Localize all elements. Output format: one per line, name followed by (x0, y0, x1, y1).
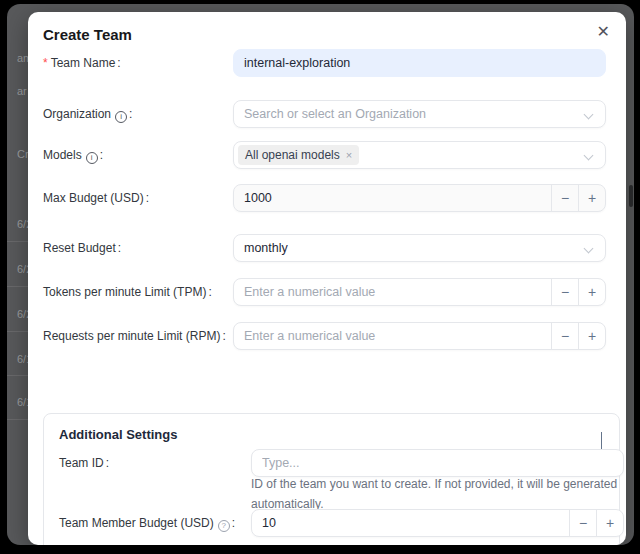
reset-budget-select[interactable]: monthly (233, 234, 606, 262)
team-name-field (233, 49, 606, 77)
chevron-down-icon (584, 244, 594, 254)
team-id-row: Team ID: (59, 449, 611, 477)
create-team-modal: Create Team ✕ *Team Name: Organizationi:… (28, 12, 626, 545)
reset-budget-row: Reset Budget: monthly (43, 234, 611, 262)
increment-button[interactable]: + (578, 323, 605, 349)
tpm-label: Tokens per minute Limit (TPM): (43, 278, 212, 306)
team-name-input[interactable] (234, 50, 605, 76)
organization-row: Organizationi: Search or select an Organ… (43, 100, 611, 128)
max-budget-label: Max Budget (USD): (43, 184, 149, 212)
tpm-row: Tokens per minute Limit (TPM): − + (43, 278, 611, 306)
team-name-row: *Team Name: (43, 49, 611, 77)
team-id-input[interactable] (252, 450, 623, 476)
collapse-toggle[interactable] (601, 432, 602, 450)
background-table-divider (7, 375, 28, 376)
models-label: Modelsi: (43, 141, 103, 169)
rpm-field: − + (233, 322, 606, 350)
background-table-divider (7, 331, 28, 332)
reset-budget-label: Reset Budget: (43, 234, 121, 262)
decrement-button[interactable]: − (569, 510, 596, 536)
screenshot-stage: am ar Cr 6/2 6/2 6/2 6/1 6/1 Create Team… (0, 0, 640, 554)
dimmed-background-window: am ar Cr 6/2 6/2 6/2 6/1 6/1 Create Team… (7, 4, 634, 545)
rpm-label: Requests per minute Limit (RPM): (43, 322, 226, 350)
additional-settings-card: Additional Settings Team ID: ID of the t… (43, 413, 620, 545)
close-icon[interactable]: ✕ (597, 22, 610, 42)
decrement-button[interactable]: − (551, 323, 578, 349)
decrement-button[interactable]: − (551, 185, 578, 211)
increment-button[interactable]: + (596, 510, 623, 536)
modal-title: Create Team (43, 26, 132, 43)
team-id-label: Team ID: (59, 449, 109, 477)
member-budget-row: Team Member Budget (USD)?: − + (59, 509, 611, 537)
tpm-input[interactable] (234, 279, 551, 305)
info-icon: i (86, 152, 98, 164)
member-budget-input[interactable] (252, 510, 569, 536)
organization-placeholder: Search or select an Organization (234, 107, 426, 121)
rpm-row: Requests per minute Limit (RPM): − + (43, 322, 611, 350)
additional-settings-title: Additional Settings (59, 427, 177, 442)
chevron-up-icon (601, 432, 602, 450)
decrement-button[interactable]: − (551, 279, 578, 305)
rpm-input[interactable] (234, 323, 551, 349)
background-table-divider (7, 419, 28, 420)
organization-select[interactable]: Search or select an Organization (233, 100, 606, 128)
increment-button[interactable]: + (578, 279, 605, 305)
max-budget-row: Max Budget (USD): − + (43, 184, 611, 212)
team-id-field (251, 449, 624, 477)
chevron-down-icon (584, 110, 594, 120)
background-scrollbar-thumb[interactable] (629, 185, 633, 207)
team-name-label: *Team Name: (43, 49, 121, 77)
increment-button[interactable]: + (578, 185, 605, 211)
models-select[interactable]: All openai models × (233, 141, 606, 169)
max-budget-field: − + (233, 184, 606, 212)
chevron-down-icon (584, 151, 594, 161)
reset-budget-value: monthly (234, 241, 288, 255)
organization-label: Organizationi: (43, 100, 132, 128)
max-budget-input[interactable] (234, 185, 551, 211)
model-tag: All openai models × (238, 145, 359, 165)
team-id-help-text: ID of the team you want to create. If no… (251, 474, 626, 514)
required-asterisk: * (43, 56, 48, 70)
background-table-divider (7, 286, 28, 287)
info-icon: i (115, 111, 127, 123)
tpm-field: − + (233, 278, 606, 306)
tag-remove-icon[interactable]: × (346, 149, 352, 161)
background-table-divider (7, 241, 28, 242)
help-icon: ? (218, 520, 230, 532)
member-budget-label: Team Member Budget (USD)?: (59, 509, 235, 537)
member-budget-field: − + (251, 509, 624, 537)
model-tag-label: All openai models (245, 148, 340, 162)
models-row: Modelsi: All openai models × (43, 141, 611, 169)
